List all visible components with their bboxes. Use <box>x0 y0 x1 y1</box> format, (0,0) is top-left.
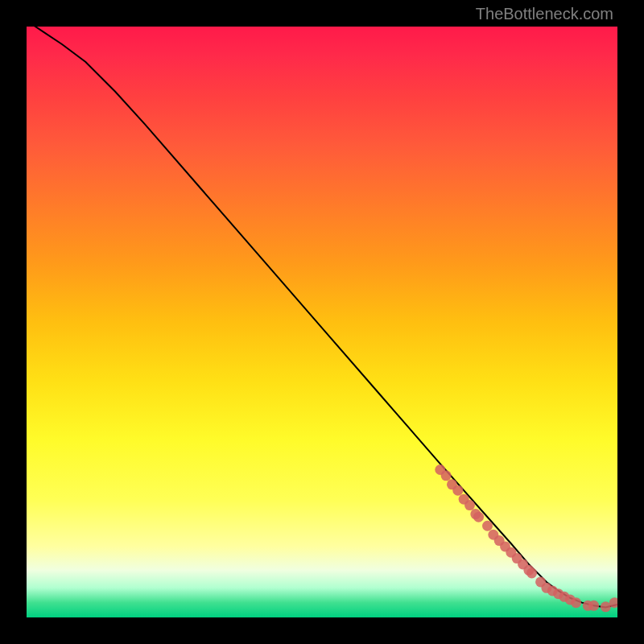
plot-area <box>27 27 617 617</box>
bottleneck-curve-line <box>27 27 617 608</box>
data-point <box>526 568 537 578</box>
data-point <box>441 470 452 481</box>
data-point <box>452 485 463 496</box>
data-point <box>482 521 493 531</box>
data-point <box>571 597 581 608</box>
bottleneck-scatter-points <box>435 464 617 612</box>
watermark-text: TheBottleneck.com <box>476 5 613 23</box>
data-point <box>464 500 475 510</box>
curve-overlay <box>27 27 617 617</box>
data-point <box>588 601 599 611</box>
data-point <box>473 512 484 522</box>
chart-container: TheBottleneck.com <box>0 0 644 644</box>
curve-path <box>27 27 617 608</box>
